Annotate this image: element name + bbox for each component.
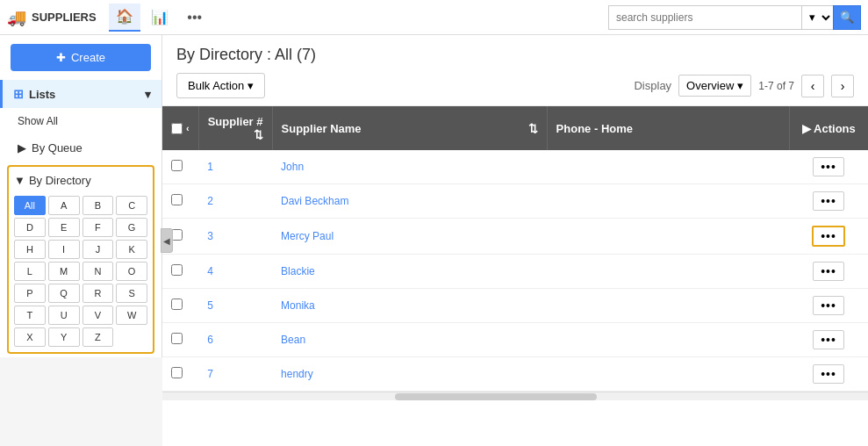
th-supplier-name[interactable]: Supplier Name ⇅ [272,106,547,150]
toolbar-right: Display Overview ▾ 1-7 of 7 ‹ › [634,75,854,97]
row-actions-btn-2[interactable]: ••• [813,191,844,211]
row-supplier-num[interactable]: 7 [198,357,272,392]
row-actions-cell: ••• [789,255,868,289]
dir-btn-q[interactable]: Q [48,284,80,303]
row-supplier-num[interactable]: 2 [198,184,272,219]
row-supplier-name[interactable]: Bean [272,323,547,357]
chevron-down-icon-3: ▾ [737,79,743,92]
row-checkbox-4[interactable] [171,264,183,276]
dir-btn-o[interactable]: O [116,262,147,281]
dir-btn-i[interactable]: I [48,240,80,259]
dir-btn-y[interactable]: Y [48,327,80,347]
row-supplier-name[interactable]: John [272,150,547,184]
row-actions-btn-6[interactable]: ••• [813,330,844,349]
row-supplier-name[interactable]: Blackie [272,255,547,289]
row-phone [547,289,789,323]
dir-btn-x[interactable]: X [14,327,46,347]
row-actions-btn-1[interactable]: ••• [813,157,844,176]
row-checkbox-6[interactable] [171,333,183,344]
chevron-down-icon: ▾ [145,88,151,101]
dir-btn-c[interactable]: C [116,196,147,215]
row-checkbox-cell [162,323,198,357]
row-actions-btn-4[interactable]: ••• [813,262,844,281]
show-all-item[interactable]: Show All [0,108,161,134]
search-dropdown[interactable]: ▾ [801,5,833,30]
dir-btn-w[interactable]: W [116,306,147,325]
table-row: 1 John ••• [162,150,868,184]
row-actions-btn-5[interactable]: ••• [813,296,844,315]
th-actions-label: Actions [814,122,856,135]
dir-btn-l[interactable]: L [14,262,46,281]
row-actions-cell: ••• [789,323,868,357]
dir-btn-v[interactable]: V [82,306,114,325]
by-directory-section: ▼ By Directory AllABCDEFGHIJKLMNOPQRSTUV… [7,165,154,354]
dir-btn-e[interactable]: E [48,218,80,237]
row-phone [547,323,789,357]
row-supplier-name[interactable]: Monika [272,289,547,323]
dir-btn-g[interactable]: G [116,218,147,237]
row-checkbox-cell [162,150,198,184]
display-label: Display [634,79,671,92]
table-row: 6 Bean ••• [162,323,868,357]
create-button[interactable]: ✚ Create [11,44,151,71]
prev-page-btn[interactable]: ‹ [801,75,824,97]
row-phone [547,150,789,184]
row-checkbox-2[interactable] [171,194,183,205]
dir-btn-j[interactable]: J [82,240,114,259]
dir-btn-f[interactable]: F [82,218,114,237]
dir-btn-d[interactable]: D [14,218,46,237]
row-phone [547,357,789,392]
dir-btn-h[interactable]: H [14,240,46,259]
arrow-icon: ▶ [802,122,811,135]
row-checkbox-5[interactable] [171,299,183,310]
th-supplier-num-label: Supplier # [208,115,263,128]
dir-btn-all[interactable]: All [14,196,46,215]
by-queue-label: By Queue [32,141,82,155]
dir-btn-n[interactable]: N [82,262,114,281]
lists-toggle[interactable]: ⊞ Lists ▾ [0,80,161,108]
by-queue-item[interactable]: ▶ By Queue [0,134,161,162]
row-supplier-num[interactable]: 6 [198,323,272,357]
dir-btn-z[interactable]: Z [82,327,114,347]
th-supplier-num[interactable]: Supplier # ⇅ [198,106,272,150]
row-actions-btn-7[interactable]: ••• [813,364,844,384]
chevron-right-icon: ▶ [18,141,26,155]
dir-btn-a[interactable]: A [48,196,80,215]
dir-btn-m[interactable]: M [48,262,80,281]
row-checkbox-1[interactable] [171,160,183,171]
th-phone-home[interactable]: Phone - Home [547,106,789,150]
chart-nav-btn[interactable]: 📊 [144,4,176,32]
row-checkbox-7[interactable] [171,367,183,378]
row-supplier-name[interactable]: Davi Beckham [272,184,547,219]
select-all-checkbox[interactable] [171,123,183,134]
table-row: 3 Mercy Paul ••• [162,219,868,255]
search-input[interactable] [608,5,801,30]
row-actions-btn-3[interactable]: ••• [812,226,845,247]
row-supplier-num[interactable]: 3 [198,219,272,255]
dir-btn-r[interactable]: R [82,284,114,303]
dir-btn-u[interactable]: U [48,306,80,325]
dir-btn-k[interactable]: K [116,240,147,259]
sidebar: ✚ Create ⊞ Lists ▾ Show All ▶ By Queue ▼… [0,35,162,357]
bulk-action-button[interactable]: Bulk Action ▾ [176,73,265,98]
row-supplier-num[interactable]: 4 [198,255,272,289]
by-directory-header[interactable]: ▼ By Directory [14,172,147,189]
scrollbar-area[interactable] [162,392,868,400]
next-page-btn[interactable]: › [831,75,854,97]
display-option: Overview [686,79,734,92]
row-supplier-num[interactable]: 5 [198,289,272,323]
search-container: ▾ 🔍 [608,5,861,30]
dir-btn-t[interactable]: T [14,306,46,325]
sidebar-collapse-btn[interactable]: ◀ [161,228,173,253]
dir-btn-p[interactable]: P [14,284,46,303]
more-nav-btn[interactable]: ••• [179,4,211,32]
dir-btn-b[interactable]: B [82,196,114,215]
row-supplier-name[interactable]: Mercy Paul [272,219,547,255]
row-supplier-name[interactable]: hendry [272,357,547,392]
dir-btn-s[interactable]: S [116,284,147,303]
home-nav-btn[interactable]: 🏠 [109,4,140,32]
row-supplier-num[interactable]: 1 [198,150,272,184]
search-btn[interactable]: 🔍 [833,5,861,30]
table-container: ‹ Supplier # ⇅ Supplier Name ⇅ Phone [162,106,868,446]
display-dropdown[interactable]: Overview ▾ [678,75,751,97]
